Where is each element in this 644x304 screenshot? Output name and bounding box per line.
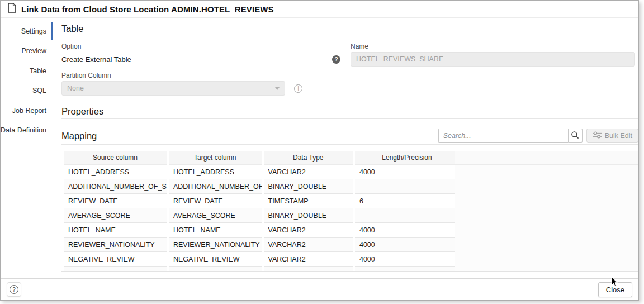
source-column-cell: ADDITIONAL_NUMBER_OF_SCORING	[64, 179, 167, 194]
search-input[interactable]	[438, 129, 568, 142]
data-type-cell: VARCHAR2	[264, 165, 353, 179]
question-circle-icon: ?	[10, 285, 18, 294]
table-row[interactable]: HOTEL_NAME HOTEL_NAME VARCHAR2 4000	[64, 223, 459, 238]
mapping-table: Source column Target column Data Type Le…	[61, 151, 638, 272]
divider	[61, 36, 638, 36]
dialog-header: Link Data from Cloud Store Location ADMI…	[1, 1, 638, 18]
length-precision-cell: 4000	[355, 252, 459, 267]
partition-column-select[interactable]: None	[61, 81, 285, 96]
settings-panel: Table Option Create External Table ? Par…	[54, 18, 638, 278]
chevron-down-icon	[275, 87, 280, 90]
data-type-cell	[264, 267, 353, 272]
data-type-cell: BINARY_DOUBLE	[264, 208, 353, 223]
sidebar-item-sql[interactable]: SQL	[1, 81, 54, 101]
sidebar-item-label: Table	[30, 67, 46, 75]
length-precision-cell: 4000	[355, 238, 459, 252]
length-precision-cell	[355, 179, 459, 194]
sidebar-item-data-definition[interactable]: Data Definition	[1, 121, 54, 141]
source-column-cell: REVIEWER_NATIONALITY	[64, 238, 167, 252]
divider	[61, 118, 638, 119]
info-circle-icon[interactable]: i	[294, 84, 302, 93]
sidebar-item-table[interactable]: Table	[1, 61, 54, 81]
table-row[interactable]: REVIEW_TOTAL_NEGATIVE_WORD_COUNTS	[64, 267, 459, 272]
length-precision-cell	[355, 267, 459, 272]
link-data-dialog: Link Data from Cloud Store Location ADMI…	[0, 0, 639, 301]
column-header-length-precision: Length/Precision	[355, 151, 459, 165]
sidebar-item-label: Settings	[21, 27, 46, 35]
dialog-title: Link Data from Cloud Store Location ADMI…	[21, 4, 274, 14]
partition-column-value: None	[67, 84, 84, 92]
column-header-target: Target column	[169, 151, 262, 165]
source-column-cell: HOTEL_NAME	[64, 223, 167, 238]
data-type-cell: VARCHAR2	[264, 252, 353, 267]
table-row[interactable]: ADDITIONAL_NUMBER_OF_SCORING ADDITIONAL_…	[64, 179, 459, 194]
option-label: Option	[61, 43, 341, 50]
table-row[interactable]: HOTEL_ADDRESS HOTEL_ADDRESS VARCHAR2 400…	[64, 165, 459, 179]
search-icon	[571, 131, 579, 141]
data-type-cell: VARCHAR2	[264, 238, 353, 252]
sidebar-item-label: SQL	[32, 87, 46, 94]
table-section-heading: Table	[61, 23, 638, 34]
table-row[interactable]: AVERAGE_SCORE AVERAGE_SCORE BINARY_DOUBL…	[64, 208, 459, 223]
mapping-table-body: HOTEL_ADDRESS HOTEL_ADDRESS VARCHAR2 400…	[64, 165, 459, 272]
question-circle-icon[interactable]: ?	[332, 55, 340, 64]
mapping-section-heading: Mapping	[61, 130, 97, 141]
source-column-cell: HOTEL_ADDRESS	[64, 165, 167, 179]
target-column-cell: REVIEWER_NATIONALITY	[169, 238, 262, 252]
length-precision-cell: 4000	[355, 165, 459, 179]
target-column-cell: HOTEL_ADDRESS	[169, 165, 262, 179]
target-column-cell: NEGATIVE_REVIEW	[169, 252, 262, 267]
bulk-edit-button[interactable]: Bulk Edit	[586, 129, 638, 142]
length-precision-cell: 6	[355, 194, 459, 208]
table-row[interactable]: REVIEWER_NATIONALITY REVIEWER_NATIONALIT…	[64, 238, 459, 252]
length-precision-cell	[355, 208, 459, 223]
sidebar-item-job-report[interactable]: Job Report	[1, 101, 54, 121]
close-button[interactable]: Close	[598, 282, 632, 297]
help-button[interactable]: ?	[7, 282, 21, 297]
target-column-cell: REVIEW_TOTAL_NEGATIVE_WORD_COUNTS	[169, 267, 262, 272]
properties-section-heading: Properties	[61, 106, 638, 117]
document-icon	[8, 3, 16, 15]
name-label: Name	[351, 43, 635, 50]
search-button[interactable]	[568, 129, 583, 142]
sliders-icon	[593, 131, 602, 140]
target-column-cell: REVIEW_DATE	[169, 194, 262, 208]
name-input[interactable]	[351, 52, 635, 66]
bulk-edit-label: Bulk Edit	[605, 132, 632, 140]
source-column-cell: NEGATIVE_REVIEW	[64, 252, 167, 267]
data-type-cell: VARCHAR2	[264, 223, 353, 238]
table-row[interactable]: REVIEW_DATE REVIEW_DATE TIMESTAMP 6	[64, 194, 459, 208]
data-type-cell: TIMESTAMP	[264, 194, 353, 208]
data-type-cell: BINARY_DOUBLE	[264, 179, 353, 194]
target-column-cell: AVERAGE_SCORE	[169, 208, 262, 223]
sidebar-item-settings[interactable]: Settings	[1, 21, 54, 41]
table-row[interactable]: NEGATIVE_REVIEW NEGATIVE_REVIEW VARCHAR2…	[64, 252, 459, 267]
source-column-cell: AVERAGE_SCORE	[64, 208, 167, 223]
target-column-cell: ADDITIONAL_NUMBER_OF_SCORING	[169, 179, 262, 194]
source-column-cell: REVIEW_DATE	[64, 194, 167, 208]
option-value: Create External Table	[61, 55, 131, 64]
source-column-cell	[64, 267, 167, 272]
column-header-source: Source column	[64, 151, 167, 165]
sidebar-item-label: Job Report	[12, 107, 46, 115]
column-header-data-type: Data Type	[264, 151, 353, 165]
length-precision-cell: 4000	[355, 223, 459, 238]
sidebar-item-label: Data Definition	[1, 126, 46, 134]
mapping-table-header-row: Source column Target column Data Type Le…	[64, 151, 459, 165]
sidebar-item-preview[interactable]: Preview	[1, 41, 54, 61]
sidebar-item-label: Preview	[22, 47, 46, 55]
wizard-sidebar: SettingsPreviewTableSQLJob ReportData De…	[1, 18, 54, 278]
divider	[61, 144, 638, 145]
target-column-cell: HOTEL_NAME	[169, 223, 262, 238]
dialog-footer: ? Close	[1, 278, 638, 300]
table-empty-area	[455, 151, 638, 271]
partition-column-label: Partition Column	[61, 72, 341, 79]
